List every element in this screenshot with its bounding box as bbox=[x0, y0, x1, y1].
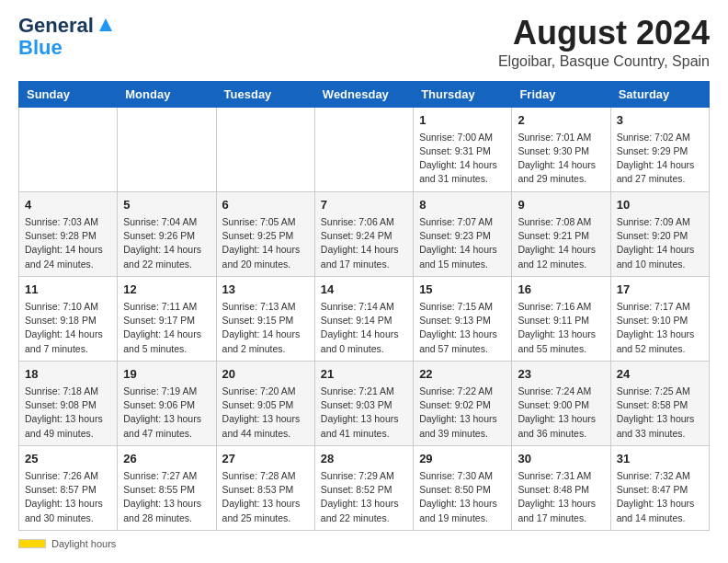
table-row: 29Sunrise: 7:30 AM Sunset: 8:50 PM Dayli… bbox=[414, 445, 512, 530]
cell-info: Sunrise: 7:32 AM Sunset: 8:47 PM Dayligh… bbox=[617, 469, 703, 525]
table-row: 31Sunrise: 7:32 AM Sunset: 8:47 PM Dayli… bbox=[610, 445, 709, 530]
calendar-week-row: 18Sunrise: 7:18 AM Sunset: 9:08 PM Dayli… bbox=[19, 361, 710, 445]
col-monday: Monday bbox=[118, 81, 216, 107]
table-row: 20Sunrise: 7:20 AM Sunset: 9:05 PM Dayli… bbox=[216, 361, 314, 445]
table-row: 21Sunrise: 7:21 AM Sunset: 9:03 PM Dayli… bbox=[314, 361, 413, 445]
table-row: 13Sunrise: 7:13 AM Sunset: 9:15 PM Dayli… bbox=[216, 276, 314, 361]
cell-info: Sunrise: 7:07 AM Sunset: 9:23 PM Dayligh… bbox=[419, 215, 506, 271]
day-number: 11 bbox=[25, 282, 111, 298]
table-row: 22Sunrise: 7:22 AM Sunset: 9:02 PM Dayli… bbox=[414, 361, 512, 445]
cell-info: Sunrise: 7:21 AM Sunset: 9:03 PM Dayligh… bbox=[321, 385, 407, 441]
cell-info: Sunrise: 7:16 AM Sunset: 9:11 PM Dayligh… bbox=[518, 300, 604, 356]
logo-blue-text: Blue bbox=[18, 36, 63, 59]
cell-info: Sunrise: 7:03 AM Sunset: 9:28 PM Dayligh… bbox=[25, 215, 111, 271]
cell-info: Sunrise: 7:29 AM Sunset: 8:52 PM Dayligh… bbox=[321, 469, 407, 525]
header: General Blue August 2024 Elgoibar, Basqu… bbox=[18, 15, 710, 70]
day-number: 2 bbox=[518, 112, 604, 129]
col-thursday: Thursday bbox=[414, 81, 512, 107]
table-row: 1Sunrise: 7:00 AM Sunset: 9:31 PM Daylig… bbox=[414, 107, 512, 191]
cell-info: Sunrise: 7:04 AM Sunset: 9:26 PM Dayligh… bbox=[123, 215, 210, 271]
day-number: 5 bbox=[123, 197, 210, 213]
cell-info: Sunrise: 7:27 AM Sunset: 8:55 PM Dayligh… bbox=[123, 469, 210, 525]
cell-info: Sunrise: 7:14 AM Sunset: 9:14 PM Dayligh… bbox=[321, 300, 407, 356]
logo-text: General bbox=[18, 15, 94, 37]
table-row: 25Sunrise: 7:26 AM Sunset: 8:57 PM Dayli… bbox=[19, 445, 118, 530]
calendar-table: Sunday Monday Tuesday Wednesday Thursday… bbox=[18, 81, 710, 531]
cell-info: Sunrise: 7:10 AM Sunset: 9:18 PM Dayligh… bbox=[25, 300, 111, 356]
table-row: 18Sunrise: 7:18 AM Sunset: 9:08 PM Dayli… bbox=[19, 361, 118, 445]
day-number: 12 bbox=[123, 282, 210, 298]
day-number: 16 bbox=[518, 282, 604, 298]
cell-info: Sunrise: 7:05 AM Sunset: 9:25 PM Dayligh… bbox=[222, 215, 309, 271]
cell-info: Sunrise: 7:31 AM Sunset: 8:48 PM Dayligh… bbox=[518, 469, 604, 525]
table-row: 16Sunrise: 7:16 AM Sunset: 9:11 PM Dayli… bbox=[512, 276, 610, 361]
cell-info: Sunrise: 7:11 AM Sunset: 9:17 PM Dayligh… bbox=[123, 300, 210, 356]
day-number: 6 bbox=[222, 197, 309, 213]
cell-info: Sunrise: 7:28 AM Sunset: 8:53 PM Dayligh… bbox=[222, 469, 309, 525]
day-number: 27 bbox=[222, 451, 309, 467]
day-number: 7 bbox=[321, 197, 407, 213]
cell-info: Sunrise: 7:17 AM Sunset: 9:10 PM Dayligh… bbox=[617, 300, 703, 356]
table-row: 26Sunrise: 7:27 AM Sunset: 8:55 PM Dayli… bbox=[118, 445, 216, 530]
day-number: 26 bbox=[123, 451, 210, 467]
day-number: 21 bbox=[321, 366, 407, 383]
table-row: 23Sunrise: 7:24 AM Sunset: 9:00 PM Dayli… bbox=[512, 361, 610, 445]
cell-info: Sunrise: 7:26 AM Sunset: 8:57 PM Dayligh… bbox=[25, 469, 111, 525]
table-row: 10Sunrise: 7:09 AM Sunset: 9:20 PM Dayli… bbox=[610, 191, 709, 276]
day-number: 9 bbox=[518, 197, 604, 213]
day-number: 20 bbox=[222, 366, 309, 383]
table-row: 2Sunrise: 7:01 AM Sunset: 9:30 PM Daylig… bbox=[512, 107, 610, 191]
day-number: 1 bbox=[419, 112, 506, 129]
day-number: 4 bbox=[25, 197, 111, 213]
table-row: 7Sunrise: 7:06 AM Sunset: 9:24 PM Daylig… bbox=[314, 191, 413, 276]
cell-info: Sunrise: 7:25 AM Sunset: 8:58 PM Dayligh… bbox=[617, 385, 703, 441]
table-row: 24Sunrise: 7:25 AM Sunset: 8:58 PM Dayli… bbox=[610, 361, 709, 445]
table-row: 14Sunrise: 7:14 AM Sunset: 9:14 PM Dayli… bbox=[314, 276, 413, 361]
col-saturday: Saturday bbox=[610, 81, 709, 107]
location: Elgoibar, Basque Country, Spain bbox=[498, 53, 710, 70]
table-row: 17Sunrise: 7:17 AM Sunset: 9:10 PM Dayli… bbox=[610, 276, 709, 361]
cell-info: Sunrise: 7:22 AM Sunset: 9:02 PM Dayligh… bbox=[419, 385, 506, 441]
table-row bbox=[216, 107, 314, 191]
table-row: 12Sunrise: 7:11 AM Sunset: 9:17 PM Dayli… bbox=[118, 276, 216, 361]
day-number: 25 bbox=[25, 451, 111, 467]
day-number: 30 bbox=[518, 451, 604, 467]
day-number: 19 bbox=[123, 366, 210, 383]
cell-info: Sunrise: 7:18 AM Sunset: 9:08 PM Dayligh… bbox=[25, 385, 111, 441]
col-wednesday: Wednesday bbox=[314, 81, 413, 107]
table-row: 27Sunrise: 7:28 AM Sunset: 8:53 PM Dayli… bbox=[216, 445, 314, 530]
day-number: 18 bbox=[25, 366, 111, 383]
calendar-week-row: 25Sunrise: 7:26 AM Sunset: 8:57 PM Dayli… bbox=[19, 445, 710, 530]
day-number: 17 bbox=[617, 282, 703, 298]
cell-info: Sunrise: 7:30 AM Sunset: 8:50 PM Dayligh… bbox=[419, 469, 506, 525]
svg-marker-0 bbox=[99, 18, 112, 31]
table-row: 28Sunrise: 7:29 AM Sunset: 8:52 PM Dayli… bbox=[314, 445, 413, 530]
daylight-label: Daylight hours bbox=[51, 538, 116, 549]
cell-info: Sunrise: 7:15 AM Sunset: 9:13 PM Dayligh… bbox=[419, 300, 506, 356]
day-number: 14 bbox=[321, 282, 407, 298]
day-number: 3 bbox=[617, 112, 703, 129]
day-number: 22 bbox=[419, 366, 506, 383]
logo-icon bbox=[96, 15, 116, 35]
day-number: 8 bbox=[419, 197, 506, 213]
table-row: 15Sunrise: 7:15 AM Sunset: 9:13 PM Dayli… bbox=[414, 276, 512, 361]
cell-info: Sunrise: 7:00 AM Sunset: 9:31 PM Dayligh… bbox=[419, 131, 506, 187]
calendar-header-row: Sunday Monday Tuesday Wednesday Thursday… bbox=[19, 81, 710, 107]
table-row bbox=[314, 107, 413, 191]
table-row bbox=[19, 107, 118, 191]
table-row: 11Sunrise: 7:10 AM Sunset: 9:18 PM Dayli… bbox=[19, 276, 118, 361]
cell-info: Sunrise: 7:13 AM Sunset: 9:15 PM Dayligh… bbox=[222, 300, 309, 356]
table-row bbox=[118, 107, 216, 191]
table-row: 9Sunrise: 7:08 AM Sunset: 9:21 PM Daylig… bbox=[512, 191, 610, 276]
day-number: 10 bbox=[617, 197, 703, 213]
col-friday: Friday bbox=[512, 81, 610, 107]
month-year: August 2024 bbox=[498, 15, 710, 52]
day-number: 31 bbox=[617, 451, 703, 467]
col-sunday: Sunday bbox=[19, 81, 118, 107]
day-number: 29 bbox=[419, 451, 506, 467]
footer: Daylight hours bbox=[18, 538, 710, 549]
day-number: 15 bbox=[419, 282, 506, 298]
cell-info: Sunrise: 7:08 AM Sunset: 9:21 PM Dayligh… bbox=[518, 215, 604, 271]
title-area: August 2024 Elgoibar, Basque Country, Sp… bbox=[498, 15, 710, 70]
logo: General Blue bbox=[18, 15, 116, 59]
